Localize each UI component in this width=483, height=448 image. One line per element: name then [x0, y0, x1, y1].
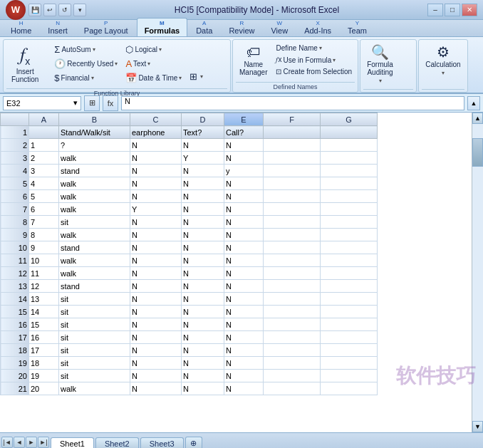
cell-a6[interactable]: 5	[29, 190, 59, 203]
cell-a5[interactable]: 4	[29, 177, 59, 190]
sheet-scroll[interactable]	[204, 433, 482, 448]
row-header-11[interactable]: 11	[1, 254, 29, 267]
cell-a7[interactable]: 6	[29, 203, 59, 216]
row-header-15[interactable]: 15	[1, 306, 29, 318]
financial-dropdown-icon[interactable]: ▾	[91, 75, 94, 81]
date-time-dropdown-icon[interactable]: ▾	[179, 75, 182, 81]
logical-button[interactable]: ⬡ Logical ▾	[123, 43, 185, 56]
cell-a15[interactable]: 14	[29, 306, 59, 318]
cell-d18[interactable]: N	[182, 344, 224, 357]
cell-c19[interactable]: N	[130, 357, 182, 370]
cell-d10[interactable]: N	[182, 241, 224, 254]
cell-a8[interactable]: 7	[29, 216, 59, 229]
cell-d4[interactable]: N	[182, 165, 224, 177]
scroll-track[interactable]	[472, 124, 483, 421]
formula-auditing-button[interactable]: 🔍 FormulaAuditing ▾	[363, 43, 397, 86]
cell-c5[interactable]: N	[130, 177, 182, 190]
cell-f19[interactable]	[264, 357, 321, 370]
cell-a3[interactable]: 2	[29, 152, 59, 165]
cell-d12[interactable]: N	[182, 267, 224, 280]
cell-c16[interactable]: N	[130, 318, 182, 331]
cell-b20[interactable]: sit	[59, 370, 130, 382]
cell-d19[interactable]: N	[182, 357, 224, 370]
sheet-nav-first[interactable]: |◄	[1, 437, 13, 448]
recently-used-dropdown-icon[interactable]: ▾	[115, 61, 118, 67]
cell-e8[interactable]: N	[224, 216, 264, 229]
cell-c6[interactable]: N	[130, 190, 182, 203]
cell-c14[interactable]: N	[130, 293, 182, 306]
cell-d1[interactable]: Text?	[182, 126, 224, 139]
cell-g4[interactable]	[321, 165, 378, 177]
tab-view[interactable]: W View	[263, 18, 296, 36]
cell-g21[interactable]	[321, 382, 378, 395]
cell-d17[interactable]: N	[182, 331, 224, 344]
cell-c4[interactable]: N	[130, 165, 182, 177]
cell-b16[interactable]: sit	[59, 318, 130, 331]
more-functions-dropdown-icon[interactable]: ▾	[200, 73, 203, 80]
vertical-scrollbar[interactable]: ▲ ▼	[472, 113, 483, 432]
spreadsheet-scroll[interactable]: A B C D E F G 1Stand/Walk/sitearphoneTex…	[0, 113, 472, 432]
cell-a20[interactable]: 19	[29, 370, 59, 382]
cell-g17[interactable]	[321, 331, 378, 344]
cell-a1[interactable]	[29, 126, 59, 139]
cell-d21[interactable]: N	[182, 382, 224, 395]
scroll-thumb[interactable]	[472, 138, 483, 167]
cell-d8[interactable]: N	[182, 216, 224, 229]
scroll-up-button[interactable]: ▲	[472, 113, 483, 124]
cell-g18[interactable]	[321, 344, 378, 357]
cell-b21[interactable]: walk	[59, 382, 130, 395]
cell-d9[interactable]: N	[182, 229, 224, 241]
financial-button[interactable]: $ Financial ▾	[51, 71, 120, 85]
cell-e2[interactable]: N	[224, 139, 264, 152]
cell-b13[interactable]: stand	[59, 280, 130, 293]
cell-g11[interactable]	[321, 254, 378, 267]
tab-data[interactable]: A Data	[188, 18, 220, 36]
col-header-e[interactable]: E	[224, 113, 264, 126]
use-in-formula-dropdown-icon[interactable]: ▾	[333, 57, 336, 63]
name-manager-button[interactable]: 🏷 NameManager	[236, 43, 271, 78]
tab-formulas[interactable]: M Formulas	[137, 18, 188, 36]
cell-b4[interactable]: stand	[59, 165, 130, 177]
cell-a9[interactable]: 8	[29, 229, 59, 241]
row-header-16[interactable]: 16	[1, 318, 29, 331]
cell-d5[interactable]: N	[182, 177, 224, 190]
cell-b14[interactable]: sit	[59, 293, 130, 306]
cell-a17[interactable]: 16	[29, 331, 59, 344]
cell-e21[interactable]: N	[224, 382, 264, 395]
cell-c15[interactable]: N	[130, 306, 182, 318]
cell-b19[interactable]: sit	[59, 357, 130, 370]
cell-a21[interactable]: 20	[29, 382, 59, 395]
create-from-selection-button[interactable]: ⊡ Create from Selection	[273, 66, 355, 77]
sheet-tab-1[interactable]: Sheet1	[51, 437, 94, 448]
cell-a12[interactable]: 11	[29, 267, 59, 280]
cell-b3[interactable]: walk	[59, 152, 130, 165]
cell-e1[interactable]: Call?	[224, 126, 264, 139]
sheet-nav-prev[interactable]: ◄	[14, 437, 25, 448]
row-header-20[interactable]: 20	[1, 370, 29, 382]
cell-a14[interactable]: 13	[29, 293, 59, 306]
cell-g9[interactable]	[321, 229, 378, 241]
row-header-18[interactable]: 18	[1, 344, 29, 357]
cell-d14[interactable]: N	[182, 293, 224, 306]
recently-used-button[interactable]: 🕐 Recently Used ▾	[51, 57, 120, 71]
cell-f12[interactable]	[264, 267, 321, 280]
redo-button[interactable]: ↺	[58, 4, 71, 16]
cell-c18[interactable]: N	[130, 344, 182, 357]
cell-c17[interactable]: N	[130, 331, 182, 344]
cell-a10[interactable]: 9	[29, 241, 59, 254]
cell-f9[interactable]	[264, 229, 321, 241]
cell-c3[interactable]: N	[130, 152, 182, 165]
autosum-dropdown-icon[interactable]: ▾	[93, 46, 95, 53]
cell-f6[interactable]	[264, 190, 321, 203]
cell-b11[interactable]: walk	[59, 254, 130, 267]
cell-f18[interactable]	[264, 344, 321, 357]
autosum-button[interactable]: Σ AutoSum ▾	[51, 43, 120, 56]
cell-e4[interactable]: y	[224, 165, 264, 177]
row-header-21[interactable]: 21	[1, 382, 29, 395]
cell-g12[interactable]	[321, 267, 378, 280]
cell-g7[interactable]	[321, 203, 378, 216]
formula-auditing-dropdown[interactable]: ▾	[379, 78, 382, 84]
cell-g2[interactable]	[321, 139, 378, 152]
cell-e9[interactable]: N	[224, 229, 264, 241]
cell-c12[interactable]: N	[130, 267, 182, 280]
